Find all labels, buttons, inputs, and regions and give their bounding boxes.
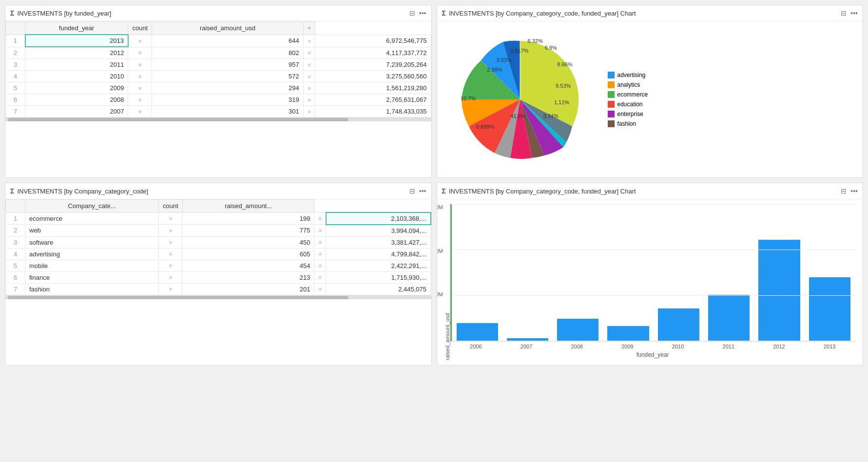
sigma-icon-bl: Σ — [10, 187, 14, 195]
cell-icon-raised: ≡ — [303, 106, 315, 117]
x-label-item: 2009 — [607, 344, 649, 349]
cell-icon-count: ≡ — [128, 71, 152, 82]
cell-icon-count: ≡ — [128, 59, 152, 71]
legend-item: education — [608, 101, 648, 108]
cell-count: 319 — [152, 94, 304, 106]
cell-funded-year[interactable]: 2011 — [25, 59, 128, 71]
bar — [708, 295, 750, 341]
legend-color — [608, 81, 615, 88]
more-icon-br[interactable]: ••• — [850, 187, 858, 195]
cell-icon-count-bl: ≡ — [159, 248, 183, 260]
bar-chart-inner: 600M 400M 200M 0 20062007200820092010201… — [450, 204, 856, 360]
panel-bottom-left: Σ INVESTMENTS [by Company_category_code]… — [5, 183, 432, 366]
horizontal-scrollbar-bl[interactable] — [5, 295, 431, 299]
cell-icon-raised-bl: ≡ — [314, 236, 326, 248]
label-418: 41.8% — [510, 113, 525, 119]
bar — [457, 323, 498, 341]
cell-raised-bl: 1,715,930,... — [326, 271, 431, 283]
label-298: 2.98% — [487, 67, 502, 73]
cell-raised-bl: 2,422,291,... — [326, 260, 431, 271]
cell-icon-raised-bl: ≡ — [314, 248, 326, 260]
cell-icon-count-bl: ≡ — [159, 260, 183, 271]
cell-count: 572 — [152, 71, 304, 82]
legend-item: fashion — [608, 120, 648, 127]
x-label-item: 2006 — [455, 344, 497, 349]
filter-icon-bl[interactable]: ⊟ — [409, 187, 415, 195]
x-label-item: 2012 — [758, 344, 800, 349]
bar-column — [758, 240, 800, 341]
filter-icon-br[interactable]: ⊟ — [841, 187, 847, 195]
cell-funded-year[interactable]: 2009 — [25, 82, 128, 94]
label-107: 10.7% — [461, 96, 476, 101]
x-axis-title: funded_year — [450, 349, 856, 360]
legend-item: advertising — [608, 72, 648, 78]
cell-funded-year[interactable]: 2007 — [25, 106, 128, 117]
scrollbar-thumb-bl — [8, 296, 348, 299]
cell-category: finance — [25, 271, 159, 283]
panel-header-tr: Σ INVESTMENTS [by Company_category_code,… — [437, 5, 863, 21]
col-header-raised[interactable]: raised_amount_usd — [152, 22, 304, 35]
x-label-item: 2013 — [809, 344, 850, 349]
y-label-600: 600M — [437, 204, 444, 210]
cell-icon-count: ≡ — [128, 94, 152, 106]
cell-icon-count-bl: ≡ — [159, 271, 183, 283]
cell-icon-count-bl: ≡ — [159, 283, 183, 295]
legend-label: ecommerce — [617, 91, 648, 98]
filter-icon-tl[interactable]: ⊟ — [409, 9, 415, 17]
cell-count-bl: 199 — [182, 212, 314, 225]
cell-raised-bl: 2,445,075 — [326, 283, 431, 295]
panel-header-bl: Σ INVESTMENTS [by Company_category_code]… — [5, 183, 431, 199]
col-header-rownum — [6, 22, 25, 35]
table-container-tl[interactable]: funded_year count raised_amount_usd + 1 … — [5, 21, 431, 121]
cell-category: web — [25, 225, 159, 237]
table-container-bl[interactable]: Company_cate... count raised_amount... 1… — [5, 199, 431, 299]
cell-icon-raised-bl: ≡ — [314, 225, 326, 237]
table-row: 1 — [6, 35, 25, 47]
cell-count-bl: 213 — [182, 271, 314, 283]
legend-label: analytics — [617, 81, 640, 88]
panel-title-tr: INVESTMENTS [by Company_category_code, f… — [449, 10, 838, 17]
cell-icon-raised-bl: ≡ — [314, 212, 326, 225]
more-icon-tr[interactable]: ••• — [850, 9, 858, 17]
cell-icon-raised: ≡ — [303, 94, 315, 106]
bar — [507, 338, 548, 341]
x-label-item: 2007 — [505, 344, 547, 349]
legend-color — [608, 120, 615, 127]
sigma-icon-tr: Σ — [442, 9, 446, 17]
col-header-raised-bl[interactable]: raised_amount... — [182, 200, 314, 212]
cell-icon-count-bl: ≡ — [159, 212, 183, 225]
cell-raised: 4,117,337,772 — [315, 47, 431, 59]
col-header-category[interactable]: Company_cate... — [25, 200, 159, 212]
cell-raised-bl: 4,799,842,... — [326, 248, 431, 260]
cell-icon-raised: ≡ — [303, 59, 315, 71]
table-row: 3 — [6, 236, 25, 248]
cell-funded-year[interactable]: 2013 — [25, 35, 128, 47]
panel-title-br: INVESTMENTS [by Company_category_code, f… — [449, 188, 838, 195]
table-row: 2 — [6, 47, 25, 59]
x-label-item: 2011 — [708, 344, 750, 349]
col-header-count-bl[interactable]: count — [159, 200, 183, 212]
cell-raised-bl: 3,994,094,... — [326, 225, 431, 237]
col-header-add[interactable]: + — [303, 22, 315, 35]
horizontal-scrollbar-tl[interactable] — [5, 117, 431, 121]
cell-funded-year[interactable]: 2010 — [25, 71, 128, 82]
table-row: 1 — [6, 212, 25, 225]
bar-column — [658, 308, 699, 341]
bar — [557, 319, 598, 341]
pie-chart-container: 6.32% 0.817% 3.53% 2.98% 10.7% 0.699% 41… — [437, 21, 863, 177]
label-0699: 0.699% — [476, 124, 494, 130]
pie-chart-wrapper: 6.32% 0.817% 3.53% 2.98% 10.7% 0.699% 41… — [442, 31, 858, 168]
cell-funded-year[interactable]: 2012 — [25, 47, 128, 59]
col-header-count[interactable]: count — [128, 22, 152, 35]
more-icon-bl[interactable]: ••• — [419, 187, 426, 195]
panel-top-right: Σ INVESTMENTS [by Company_category_code,… — [437, 5, 864, 178]
bar — [809, 277, 850, 341]
cell-count-bl: 450 — [182, 236, 314, 248]
more-icon-tl[interactable]: ••• — [419, 9, 426, 17]
legend-item: enterprise — [608, 111, 648, 117]
col-header-funded-year[interactable]: funded_year — [25, 22, 128, 35]
filter-icon-tr[interactable]: ⊟ — [841, 9, 847, 17]
table-row: 6 — [6, 271, 25, 283]
cell-raised: 3,275,560,560 — [315, 71, 431, 82]
cell-funded-year[interactable]: 2008 — [25, 94, 128, 106]
